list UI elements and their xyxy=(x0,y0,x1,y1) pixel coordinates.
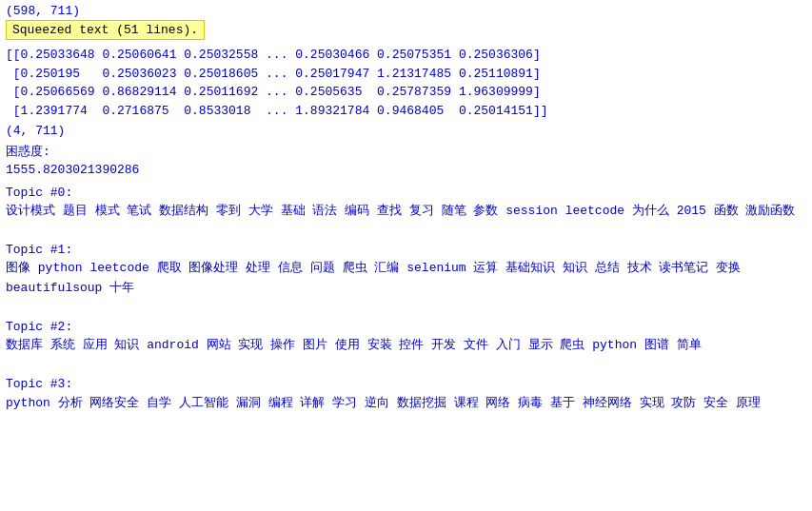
topic-1-header: Topic #1: xyxy=(6,241,806,260)
topic-1: Topic #1: 图像 python leetcode 爬取 图像处理 处理 … xyxy=(6,241,806,299)
topics-container: Topic #0: 设计模式 题目 模式 笔试 数据结构 零到 大学 基础 语法… xyxy=(6,184,806,414)
topic-2: Topic #2: 数据库 系统 应用 知识 android 网站 实现 操作 … xyxy=(6,318,806,356)
perplexity-label: 困惑度: xyxy=(6,143,806,162)
topic-3-words: python 分析 网络安全 自学 人工智能 漏洞 编程 详解 学习 逆向 数据… xyxy=(6,394,806,414)
topic-0: Topic #0: 设计模式 题目 模式 笔试 数据结构 零到 大学 基础 语法… xyxy=(6,184,806,222)
topic-3: Topic #3: python 分析 网络安全 自学 人工智能 漏洞 编程 详… xyxy=(6,375,806,413)
matrix-block: [[0.25033648 0.25060641 0.25032558 ... 0… xyxy=(6,46,806,120)
topic-2-header: Topic #2: xyxy=(6,318,806,337)
shape-line: (4, 711) xyxy=(6,122,806,141)
topic-2-words: 数据库 系统 应用 知识 android 网站 实现 操作 图片 使用 安装 控… xyxy=(6,336,806,356)
topic-0-words: 设计模式 题目 模式 笔试 数据结构 零到 大学 基础 语法 编码 查找 复习 … xyxy=(6,202,806,222)
topic-1-words: 图像 python leetcode 爬取 图像处理 处理 信息 问题 爬虫 汇… xyxy=(6,259,806,299)
perplexity-value: 1555.8203021390286 xyxy=(6,161,806,180)
topic-0-header: Topic #0: xyxy=(6,184,806,203)
coords-line: (598, 711) xyxy=(6,4,806,18)
topic-3-header: Topic #3: xyxy=(6,375,806,394)
squeezed-box: Squeezed text (51 lines). xyxy=(6,20,205,40)
